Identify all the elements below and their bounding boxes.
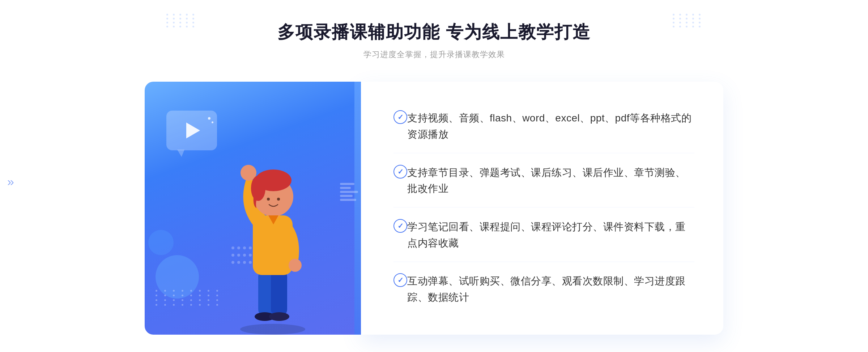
svg-point-7 [289, 259, 302, 272]
check-icon-2: ✓ [393, 165, 407, 179]
svg-point-16 [243, 246, 246, 249]
svg-rect-5 [253, 215, 293, 275]
checkmark-4: ✓ [397, 276, 404, 284]
svg-point-13 [277, 198, 280, 201]
svg-point-14 [231, 246, 234, 249]
check-icon-3: ✓ [393, 219, 407, 233]
dots-decoration-left [166, 14, 195, 43]
svg-point-19 [237, 254, 240, 257]
feature-item-2: ✓ 支持章节目录、弹题考试、课后练习、课后作业、章节测验、批改作业 [393, 155, 694, 208]
left-arrow-decoration: » [7, 177, 14, 186]
deco-circle-medium [148, 230, 174, 255]
speech-bubble [166, 111, 217, 150]
dots-decoration-right [673, 14, 702, 43]
feature-text-3: 学习笔记回看、课程提问、课程评论打分、课件资料下载，重点内容收藏 [407, 219, 694, 252]
svg-point-23 [237, 261, 240, 264]
svg-point-4 [269, 312, 289, 321]
sparkle-decoration [208, 117, 213, 125]
feature-item-4: ✓ 互动弹幕、试听购买、微信分享、观看次数限制、学习进度跟踪、数据统计 [393, 263, 694, 316]
svg-rect-2 [271, 270, 287, 317]
svg-point-20 [243, 254, 246, 257]
svg-point-15 [237, 246, 240, 249]
stripes-decoration [340, 183, 358, 201]
card-dots-pattern [156, 290, 222, 306]
check-icon-4: ✓ [393, 273, 407, 287]
check-icon-1: ✓ [393, 110, 407, 124]
connector-bar [354, 82, 361, 335]
checkmark-3: ✓ [397, 222, 404, 229]
sub-title: 学习进度全掌握，提升录播课教学效果 [277, 49, 590, 60]
main-title: 多项录播课辅助功能 专为线上教学打造 [277, 22, 590, 43]
left-image-card [145, 82, 354, 335]
svg-point-17 [249, 246, 252, 249]
feature-text-2: 支持章节目录、弹题考试、课后练习、课后作业、章节测验、批改作业 [407, 165, 694, 197]
chevron-right-icon: » [7, 177, 14, 186]
right-panel: ✓ 支持视频、音频、flash、word、excel、ppt、pdf等各种格式的… [361, 82, 723, 335]
play-illustration [166, 111, 217, 154]
svg-point-21 [249, 254, 252, 257]
svg-point-24 [243, 261, 246, 264]
content-area: ✓ 支持视频、音频、flash、word、excel、ppt、pdf等各种格式的… [145, 82, 723, 335]
person-illustration [215, 132, 331, 335]
feature-text-1: 支持视频、音频、flash、word、excel、ppt、pdf等各种格式的资源… [407, 110, 694, 143]
svg-point-11 [251, 176, 265, 201]
svg-point-0 [240, 324, 305, 335]
play-triangle-icon [186, 123, 200, 138]
feature-item-3: ✓ 学习笔记回看、课程提问、课程评论打分、课件资料下载，重点内容收藏 [393, 209, 694, 262]
checkmark-2: ✓ [397, 168, 404, 175]
header-section: 多项录播课辅助功能 专为线上教学打造 学习进度全掌握，提升录播课教学效果 [277, 22, 590, 60]
svg-point-22 [231, 261, 234, 264]
checkmark-1: ✓ [397, 113, 404, 121]
svg-point-12 [267, 198, 270, 201]
feature-item-1: ✓ 支持视频、音频、flash、word、excel、ppt、pdf等各种格式的… [393, 100, 694, 153]
feature-text-4: 互动弹幕、试听购买、微信分享、观看次数限制、学习进度跟踪、数据统计 [407, 273, 694, 306]
page-wrapper: 多项录播课辅助功能 专为线上教学打造 学习进度全掌握，提升录播课教学效果 » [0, 0, 868, 352]
svg-point-18 [231, 254, 234, 257]
svg-point-25 [249, 261, 252, 264]
